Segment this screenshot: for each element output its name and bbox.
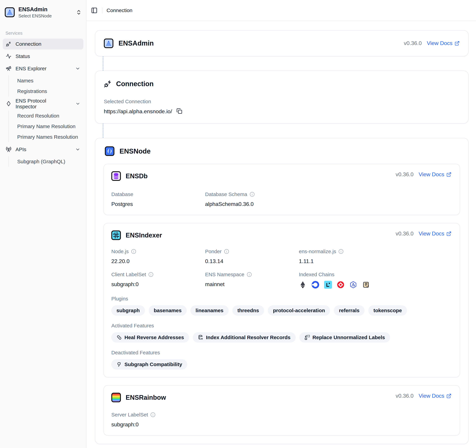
plugin-chip: threedns [232, 305, 264, 316]
indexed-chains-field: Indexed Chains [299, 272, 451, 289]
sidebar: ENSAdmin Select ENSNode Services Connect… [0, 0, 86, 448]
topbar-divider [102, 7, 102, 13]
chain-icon-linea [324, 281, 332, 289]
client-labelset-value: subgraph:0 [111, 281, 205, 287]
ensadmin-version: v0.36.0 [404, 40, 422, 46]
info-icon[interactable] [247, 272, 252, 277]
ens-normalize-field: ens-normalize.js 1.11.1 [299, 249, 451, 264]
info-icon[interactable] [224, 249, 229, 254]
ensindexer-logo-icon [111, 230, 121, 240]
ensindexer-version: v0.36.0 [396, 230, 414, 237]
chevrons-up-down-icon[interactable] [76, 9, 82, 15]
ensrainbow-card-title: ENSRainbow [126, 394, 166, 401]
info-icon[interactable] [148, 272, 153, 277]
ensadmin-card-title: ENSAdmin [119, 39, 154, 47]
plugin-chip: tokenscope [368, 305, 407, 316]
ensdb-view-docs-link[interactable]: View Docs [419, 171, 451, 178]
connection-url: https://api.alpha.ensnode.io/ [104, 108, 172, 115]
ensadmin-logo-icon [104, 39, 113, 48]
ensadmin-view-docs-link[interactable]: View Docs [427, 40, 460, 46]
sidebar-submenu-ens-explorer: Names Registrations [8, 75, 83, 97]
copy-url-button[interactable] [176, 108, 183, 115]
ensnode-card: ENSNode ENSDb [95, 138, 469, 444]
chain-icon-scroll [362, 281, 370, 289]
page-content: ENSAdmin v0.36.0 View Docs [86, 21, 476, 448]
nodejs-field: Node.js 22.20.0 [111, 249, 205, 264]
ens-namespace-field: ENS Namespace mainnet [205, 272, 299, 289]
deactivated-features-label: Deactivated Features [111, 350, 451, 356]
chevron-down-icon [75, 101, 80, 106]
external-link-icon [446, 393, 451, 398]
main-area: Connection [86, 0, 476, 448]
chevron-down-icon [75, 66, 80, 71]
copy-icon [176, 108, 182, 114]
ensnode-logo-icon [105, 146, 114, 156]
sidebar-item-names[interactable]: Names [15, 75, 83, 86]
ensdb-logo-icon [111, 171, 121, 181]
sidebar-item-status[interactable]: Status [3, 51, 83, 62]
sidebar-item-apis[interactable]: APIs [3, 144, 83, 155]
ensrainbow-logo-icon [111, 393, 121, 402]
sidebar-submenu-inspector: Record Resolution Primary Name Resolutio… [8, 110, 83, 142]
panel-left-icon [91, 7, 97, 14]
connection-card: Connection Selected Connection https://a… [95, 71, 469, 124]
feature-chip: Index Additional Resolver Records [193, 332, 296, 343]
sidebar-item-record-resolution[interactable]: Record Resolution [15, 110, 83, 121]
sidebar-item-subgraph-graphql[interactable]: Subgraph (GraphQL) [15, 156, 83, 167]
sidebar-toggle-button[interactable] [91, 7, 98, 14]
feature-chip: Subgraph Compatibility [111, 359, 187, 369]
sidebar-item-primary-names-resolution[interactable]: Primary Names Resolution [15, 132, 83, 142]
indexed-chains-row [299, 281, 451, 289]
ens-diamond-icon [6, 101, 11, 106]
telescope-icon [6, 66, 11, 71]
sidebar-item-registrations[interactable]: Registrations [15, 86, 83, 97]
plugin-chip: referrals [334, 305, 364, 316]
sidebar-item-ens-explorer[interactable]: ENS Explorer [3, 63, 83, 74]
plugins-row: subgraph basenames lineanames threedns p… [111, 305, 451, 316]
dashed-connector [103, 56, 469, 71]
plug-zap-icon [6, 41, 11, 47]
activity-icon [6, 53, 11, 59]
ponder-field: Ponder 0.13.14 [205, 249, 299, 264]
ens-namespace-value: mainnet [205, 281, 299, 287]
ensdb-version: v0.36.0 [396, 171, 414, 178]
server-labelset-field: Server LabelSet subgraph:0 [111, 412, 205, 428]
external-link-icon [454, 41, 460, 46]
sidebar-item-ens-protocol-inspector[interactable]: ENS Protocol Inspector [3, 98, 83, 109]
ensindexer-view-docs-link[interactable]: View Docs [419, 230, 451, 237]
info-icon[interactable] [249, 192, 255, 197]
radio-tower-icon [6, 147, 11, 152]
dashed-connector [103, 124, 469, 138]
feature-chip: Replace Unnormalized Labels [299, 332, 390, 343]
database-plus-icon [198, 335, 203, 340]
bandage-icon [116, 335, 122, 340]
database-label: Database [111, 191, 205, 197]
breadcrumb: Connection [107, 7, 132, 13]
plugins-label: Plugins [111, 296, 451, 302]
plugin-chip: basenames [149, 305, 187, 316]
info-icon[interactable] [338, 249, 344, 254]
plugin-chip: subgraph [111, 305, 145, 316]
server-labelset-value: subgraph:0 [111, 421, 205, 428]
plugin-chip: lineanames [190, 305, 228, 316]
connection-card-title: Connection [116, 80, 154, 88]
database-value: Postgres [111, 201, 205, 207]
external-link-icon [446, 172, 451, 177]
sidebar-item-primary-name-resolution[interactable]: Primary Name Resolution [15, 121, 83, 132]
sidebar-item-label: ENS Explorer [16, 66, 46, 71]
sidebar-submenu-apis: Subgraph (GraphQL) [8, 156, 83, 167]
activated-features-row: Heal Reverse Addresses Index Additional … [111, 332, 451, 343]
ensnode-selector[interactable]: ENSAdmin Select ENSNode [3, 5, 83, 20]
ensdb-card-title: ENSDb [126, 172, 148, 180]
nodejs-value: 22.20.0 [111, 258, 205, 264]
app-root: ENSAdmin Select ENSNode Services Connect… [0, 0, 476, 448]
chain-icon-arbitrum [349, 281, 357, 289]
ensdb-card: ENSDb v0.36.0 View Docs [103, 164, 460, 215]
chain-icon-threedns [337, 281, 345, 289]
info-icon[interactable] [131, 249, 136, 254]
info-icon[interactable] [150, 412, 155, 417]
sidebar-item-label: Connection [16, 41, 41, 47]
sidebar-item-connection[interactable]: Connection [3, 39, 83, 50]
ensrainbow-view-docs-link[interactable]: View Docs [419, 393, 451, 399]
chain-icon-base [312, 281, 319, 289]
